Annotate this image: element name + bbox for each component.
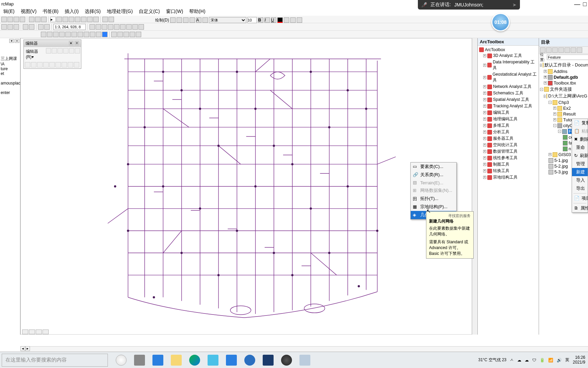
- toolbox-item[interactable]: 3D Analyst 工具: [493, 53, 522, 59]
- tool-icon[interactable]: [109, 17, 114, 22]
- toc-item[interactable]: ture: [1, 66, 19, 71]
- ctx-rename[interactable]: 重命: [572, 143, 588, 152]
- tool-icon[interactable]: [65, 32, 71, 37]
- expand-icon[interactable]: +: [483, 85, 486, 88]
- expand-icon[interactable]: +: [483, 92, 486, 95]
- toolbox-item[interactable]: 空间统计工具: [493, 142, 518, 148]
- toc-item[interactable]: amousplac: [1, 81, 19, 86]
- call-arrow-icon[interactable]: ➤: [512, 2, 517, 7]
- weather-widget[interactable]: 31°C 空气优 23: [478, 357, 506, 363]
- expand-icon[interactable]: +: [483, 163, 486, 166]
- toc-item[interactable]: enter: [1, 90, 19, 95]
- tool-icon[interactable]: [63, 17, 68, 22]
- tool-icon[interactable]: [93, 17, 99, 22]
- toolbox-item[interactable]: Schematics 工具: [493, 90, 523, 96]
- editor-tool-icon[interactable]: [68, 62, 73, 67]
- toolbox-item[interactable]: 转换工具: [493, 168, 509, 174]
- menu-customize[interactable]: 自定义(C): [136, 8, 162, 15]
- catalog-item[interactable]: D:\大三上网课\ArcG: [548, 93, 587, 99]
- toc-item[interactable]: 三上网课\A: [1, 56, 19, 66]
- tool-icon[interactable]: [14, 17, 19, 22]
- map-view[interactable]: 编辑器 ▾ × 编辑器(R)▾: [20, 38, 472, 335]
- app-icon[interactable]: [299, 355, 310, 366]
- editor-tool-icon[interactable]: [31, 62, 36, 67]
- editor-tool-icon[interactable]: [55, 62, 61, 67]
- tray-battery-icon[interactable]: 🔋: [540, 358, 545, 363]
- menu-geoprocessing[interactable]: 地理处理(G): [104, 8, 135, 15]
- tool-icon[interactable]: [96, 32, 101, 37]
- tool-icon[interactable]: [102, 24, 107, 30]
- tool-icon[interactable]: [117, 32, 123, 37]
- menu-select[interactable]: 选择(S): [82, 8, 103, 15]
- tool-icon[interactable]: [297, 17, 302, 23]
- tool-icon[interactable]: [87, 17, 93, 22]
- mic-muted-icon[interactable]: 🎤̸: [421, 2, 427, 7]
- ctx-paste[interactable]: 📋粘贴: [572, 127, 588, 135]
- editor-tool-icon[interactable]: [25, 62, 30, 67]
- expand-icon[interactable]: +: [483, 111, 486, 114]
- tool-icon[interactable]: [114, 24, 119, 30]
- expand-icon[interactable]: +: [553, 107, 556, 110]
- cat-tool-icon[interactable]: [546, 47, 552, 53]
- tool-icon[interactable]: [1, 24, 7, 30]
- tray-up-icon[interactable]: ㅅ: [510, 357, 514, 363]
- tool-icon[interactable]: [124, 32, 129, 37]
- tool-icon[interactable]: [90, 32, 95, 37]
- tool-icon[interactable]: [47, 32, 52, 37]
- expand-icon[interactable]: +: [483, 150, 486, 153]
- toolbox-item[interactable]: 地理编码工具: [493, 116, 518, 122]
- catalog-item[interactable]: 5-1.jpg: [554, 158, 568, 163]
- tool-icon[interactable]: [126, 24, 132, 30]
- expand-icon[interactable]: +: [544, 76, 547, 79]
- ctx-properties[interactable]: 🗎属性: [572, 204, 588, 212]
- expand-icon[interactable]: +: [483, 64, 486, 67]
- editor-tool-icon[interactable]: [43, 62, 49, 67]
- ctx-export[interactable]: 导出: [572, 184, 588, 193]
- ctx-network-dataset[interactable]: ⊞网络数据集(N)...: [411, 186, 456, 195]
- expand-icon[interactable]: +: [553, 118, 556, 121]
- font-color-icon[interactable]: [277, 17, 283, 23]
- ctx-feature-class[interactable]: ▭要素类(C)...: [411, 163, 456, 171]
- editor-dropdown[interactable]: 编辑器(R)▾: [25, 48, 45, 60]
- catalog-item[interactable]: GIS03: [558, 152, 571, 157]
- tool-icon[interactable]: [183, 17, 189, 23]
- cat-tool-icon[interactable]: [565, 47, 570, 53]
- minimize-button[interactable]: —: [574, 1, 580, 8]
- tray-wifi-icon[interactable]: 📶: [548, 358, 553, 363]
- tool-icon[interactable]: [130, 32, 135, 37]
- editor-tool-icon[interactable]: [46, 48, 51, 53]
- toc-item[interactable]: et: [1, 71, 19, 76]
- tool-icon[interactable]: [7, 17, 13, 22]
- editor-tool-icon[interactable]: [62, 62, 67, 67]
- ctx-topology[interactable]: 田拓扑(T)...: [411, 195, 456, 203]
- tool-icon[interactable]: [38, 24, 44, 30]
- tool-icon[interactable]: [190, 17, 195, 23]
- refresh-icon[interactable]: [36, 329, 42, 334]
- editor-min-icon[interactable]: ▾: [69, 41, 74, 46]
- tool-icon[interactable]: [20, 17, 25, 22]
- expand-icon[interactable]: -: [540, 64, 542, 67]
- start-button[interactable]: [116, 355, 127, 366]
- ctx-new[interactable]: 新建: [572, 168, 588, 176]
- catalog-item[interactable]: 5-3.jpg: [554, 169, 568, 174]
- catalog-item[interactable]: 文件夹连接: [550, 86, 572, 92]
- tray-cloud-icon[interactable]: ☁: [517, 358, 521, 363]
- expand-icon[interactable]: +: [549, 153, 552, 156]
- expand-icon[interactable]: +: [544, 70, 547, 73]
- toolbox-item[interactable]: 宗地结构工具: [493, 174, 518, 180]
- ctx-relation[interactable]: 🔗关系类(R)...: [411, 171, 456, 179]
- cat-tool-icon[interactable]: [577, 47, 582, 53]
- toolbox-item[interactable]: 数据管理工具: [493, 149, 518, 154]
- menu-window[interactable]: 窗口(W): [163, 8, 186, 15]
- catalog-item[interactable]: Result: [563, 111, 576, 117]
- cat-tool-icon[interactable]: [571, 47, 576, 53]
- editor-tool-icon[interactable]: [52, 48, 57, 53]
- toolbox-item[interactable]: 编辑工具: [493, 110, 509, 116]
- font-size-input[interactable]: [247, 17, 257, 23]
- location-input[interactable]: [547, 55, 588, 60]
- expand-icon[interactable]: -: [558, 130, 561, 133]
- expand-icon[interactable]: -: [540, 88, 543, 91]
- toc-pin-icon[interactable]: ▾: [9, 39, 14, 43]
- catalog-item[interactable]: Default.gdb: [554, 75, 578, 80]
- expand-icon[interactable]: +: [553, 112, 556, 116]
